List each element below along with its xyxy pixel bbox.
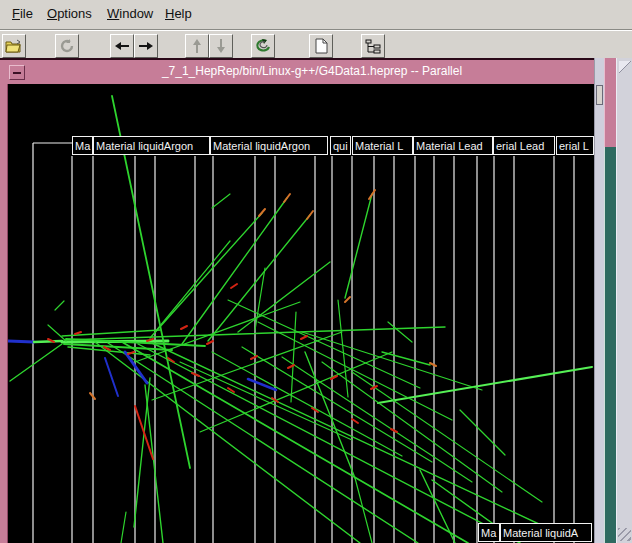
resize-corner-icon[interactable]	[619, 61, 631, 73]
material-label: qui	[330, 136, 351, 155]
folder-open-icon	[5, 38, 23, 54]
outer-scroll-column[interactable]	[616, 58, 632, 543]
arrow-up-icon	[191, 38, 203, 54]
open-file-button[interactable]	[2, 34, 26, 58]
document-icon	[315, 38, 328, 54]
arrow-left-icon	[114, 40, 130, 52]
material-label: erial Lead	[493, 136, 555, 155]
inner-vertical-scrollbar[interactable]	[594, 58, 604, 543]
outer-scrollbar-thumb[interactable]	[604, 147, 616, 543]
material-label: Material Lead	[413, 136, 493, 155]
event-display-canvas[interactable]: MaMaterial liquidArgonMaterial liquidArg…	[8, 84, 594, 543]
menu-item-options[interactable]: Options	[47, 6, 92, 21]
reload-circle-icon	[59, 38, 75, 54]
material-label: Ma	[478, 523, 500, 542]
material-label: Material liquidA	[500, 523, 592, 542]
menu-item-file[interactable]: File	[12, 6, 33, 21]
inner-scrollbar-thumb[interactable]	[596, 85, 603, 105]
new-page-button[interactable]	[309, 34, 333, 58]
tree-icon	[365, 39, 381, 54]
tree-view-button[interactable]	[361, 34, 385, 58]
menu-bar: FileOptionsWindowHelp	[0, 0, 632, 30]
window-frame-left	[0, 58, 8, 543]
material-label: Material liquidArgon	[93, 136, 210, 155]
resize-grip-icon[interactable]	[618, 528, 631, 541]
reload-button[interactable]	[55, 34, 79, 58]
minimize-icon	[13, 72, 21, 74]
rotate-arrow-icon	[254, 38, 272, 54]
go-back-button[interactable]	[110, 34, 134, 58]
go-forward-button[interactable]	[134, 34, 158, 58]
window-title-bar[interactable]: _7_1_HepRep/bin/Linux-g++/G4Data1.heprep…	[0, 58, 604, 84]
arrow-right-icon	[138, 40, 154, 52]
menu-item-help[interactable]: Help	[165, 6, 192, 21]
particle-tracks	[8, 96, 592, 543]
material-label: Material L	[352, 136, 413, 155]
menu-item-window[interactable]: Window	[107, 6, 153, 21]
material-label: erial L	[556, 136, 594, 155]
material-label: Material liquidArgon	[210, 136, 328, 155]
go-up-button[interactable]	[185, 34, 209, 58]
app-window: FileOptionsWindowHelp _7_1_HepRep/bin/Li…	[0, 0, 632, 543]
go-down-button[interactable]	[209, 34, 233, 58]
toolbar	[0, 30, 632, 58]
window-frame-right	[604, 58, 616, 147]
arrow-down-icon	[215, 38, 227, 54]
rotate-view-button[interactable]	[251, 34, 275, 58]
material-label: Ma	[72, 136, 93, 155]
window-title: _7_1_HepRep/bin/Linux-g++/G4Data1.heprep…	[30, 64, 594, 78]
minimize-button[interactable]	[9, 65, 25, 80]
